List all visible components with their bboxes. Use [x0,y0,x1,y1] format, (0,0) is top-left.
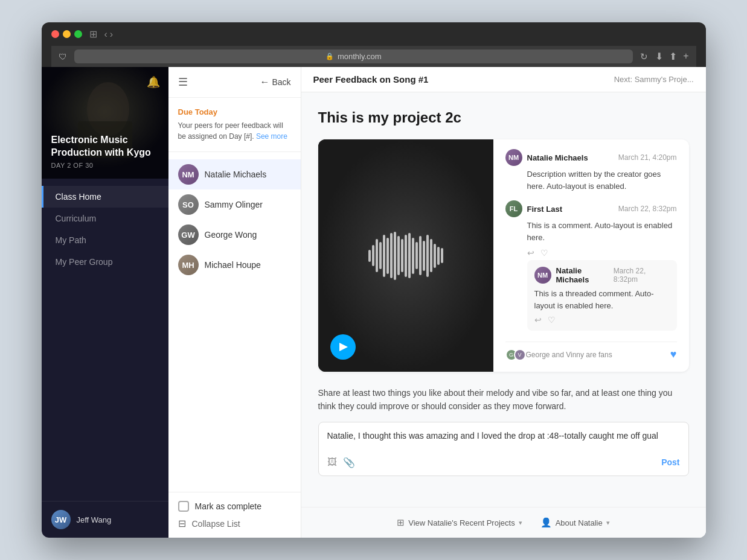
commenter-name-1: Natalie Michaels [527,153,588,162]
mark-complete-button[interactable]: Mark as complete [178,501,291,512]
wave-bar [419,236,422,275]
see-more-link[interactable]: See more [256,132,287,141]
share-icon[interactable]: ⬆ [669,51,677,62]
peer-item-george[interactable]: GW George Wong [168,220,301,250]
due-text: Your peers for peer feedback will be ass… [178,120,291,142]
sidebar-user: JW Jeff Wang [42,501,168,538]
wave-bar [386,238,389,274]
reply-text[interactable]: Natalie, I thought this was amazing and … [327,430,680,451]
sidebar-toggle-icon[interactable]: ⊞ [89,28,97,40]
view-recent-projects-button[interactable]: ⊞ View Natalie's Recent Projects ▾ [397,517,522,528]
wave-bar [397,236,400,275]
close-button[interactable] [51,30,59,38]
grid-icon: ⊞ [397,517,405,528]
notification-bell-icon[interactable]: 🔔 [147,75,160,89]
back-button[interactable]: ← Back [260,77,290,88]
play-button[interactable] [330,334,356,360]
threaded-commenter-info: NM Natalie Michaels [534,266,614,284]
threaded-reply-icon[interactable]: ↩ [534,315,542,325]
play-icon [339,343,348,351]
media-card: NM Natalie Michaels March 21, 4:20pm Des… [318,139,689,372]
minimize-button[interactable] [63,30,71,38]
user-name: Jeff Wang [77,515,112,524]
peer-item-sammy[interactable]: SO Sammy Olinger [168,189,301,220]
back-nav-button[interactable]: ‹ [104,29,107,40]
peer-name-michael: Michael Houpe [205,260,261,270]
comment-header-1: NM Natalie Michaels March 21, 4:20pm [505,149,677,166]
main-body: This is my project 2c [301,92,706,507]
wave-bar [412,238,414,274]
fans-bar: G V George and Vinny are fans ♥ [505,342,677,362]
person-icon: 👤 [540,517,552,528]
maximize-button[interactable] [74,30,82,38]
threaded-comment-actions: ↩ ♡ [534,315,670,325]
view-recent-label: View Natalie's Recent Projects [408,518,515,527]
back-label: Back [272,77,290,87]
download-icon[interactable]: ⬇ [655,51,663,62]
sidebar-item-my-path[interactable]: My Path [42,229,168,251]
image-attach-icon[interactable]: 🖼 [327,457,337,468]
new-tab-icon[interactable]: + [683,51,688,62]
browser-titlebar: ⊞ ‹ › [51,28,696,46]
avatar-inner: JW [51,510,71,529]
fans-text: George and Vinny are fans [526,351,612,359]
reply-icons: 🖼 📎 [327,457,355,468]
reply-footer: 🖼 📎 Post [327,457,680,468]
complete-label: Mark as complete [195,501,261,511]
comment-avatar-natalie: NM [505,149,522,166]
middle-footer: Mark as complete ⊟ Collapse List [168,492,301,538]
wave-bar [405,235,407,277]
reply-box[interactable]: Natalie, I thought this was amazing and … [318,422,689,476]
threaded-commenter-name: Natalie Michaels [556,266,614,284]
complete-checkbox[interactable] [178,501,189,512]
post-button[interactable]: Post [661,457,679,467]
refresh-icon[interactable]: ↻ [640,51,648,62]
shield-icon: 🛡 [59,52,67,62]
project-title: This is my project 2c [318,109,689,126]
middle-panel: ☰ ← Back Due Today Your peers for peer f… [168,67,301,538]
sidebar-item-curriculum[interactable]: Curriculum [42,208,168,229]
peers-list: NM Natalie Michaels SO Sammy Olinger GW … [168,152,301,492]
bottom-actions: ⊞ View Natalie's Recent Projects ▾ 👤 Abo… [301,507,706,538]
wave-bar [441,248,443,263]
comment-time-1: March 21, 4:20pm [618,153,677,162]
peer-avatar-natalie: NM [178,164,199,185]
menu-icon[interactable]: ☰ [178,75,188,89]
fans-avatars: G V [505,349,522,361]
sidebar-item-my-peer-group[interactable]: My Peer Group [42,251,168,273]
chevron-down-icon-2: ▾ [606,519,610,527]
collapse-icon: ⊟ [178,518,186,529]
threaded-comment-text: This is a threaded comment. Auto-layout … [534,288,670,311]
url-text: monthly.com [338,52,382,61]
sidebar-item-class-home[interactable]: Class Home [42,186,168,208]
like-icon[interactable]: ♡ [540,248,548,258]
due-label: Due Today [178,107,291,116]
address-bar[interactable]: 🔒 monthly.com [74,49,633,63]
wave-bar [379,242,382,269]
comment-avatar-firstlast: FL [505,200,522,217]
peer-name-natalie: Natalie Michaels [205,170,267,179]
comments-section: NM Natalie Michaels March 21, 4:20pm Des… [493,139,689,372]
hero-content: 🔔 Electronic Music Production with Kygo … [42,67,168,179]
forward-nav-button[interactable]: › [110,29,113,40]
about-natalie-button[interactable]: 👤 About Natalie ▾ [540,517,610,528]
wave-bar [394,232,396,280]
peer-item-natalie[interactable]: NM Natalie Michaels [168,159,301,189]
header-icons: ☰ [178,75,188,89]
browser-chrome: ⊞ ‹ › 🛡 🔒 monthly.com ↻ ⬇ ⬆ + [42,22,706,67]
collapse-list-button[interactable]: ⊟ Collapse List [178,518,291,529]
file-attach-icon[interactable]: 📎 [343,457,355,468]
toolbar-actions: ⬇ ⬆ + [655,51,688,62]
peer-item-michael[interactable]: MH Michael Houpe [168,250,301,280]
fans-info: G V George and Vinny are fans [505,349,612,361]
browser-toolbar: 🛡 🔒 monthly.com ↻ ⬇ ⬆ + [51,46,696,67]
wave-bar [434,244,436,268]
app-layout: 🔔 Electronic Music Production with Kygo … [42,67,706,538]
heart-icon[interactable]: ♥ [670,348,677,361]
commenter-info-2: FL First Last [505,200,563,217]
wave-bar [423,241,425,271]
main-content: Peer Feedback on Song #1 Next: Sammy's P… [301,67,706,538]
course-title: Electronic Music Production with Kygo [51,134,159,159]
reply-icon[interactable]: ↩ [527,248,534,258]
threaded-like-icon[interactable]: ♡ [548,315,556,325]
